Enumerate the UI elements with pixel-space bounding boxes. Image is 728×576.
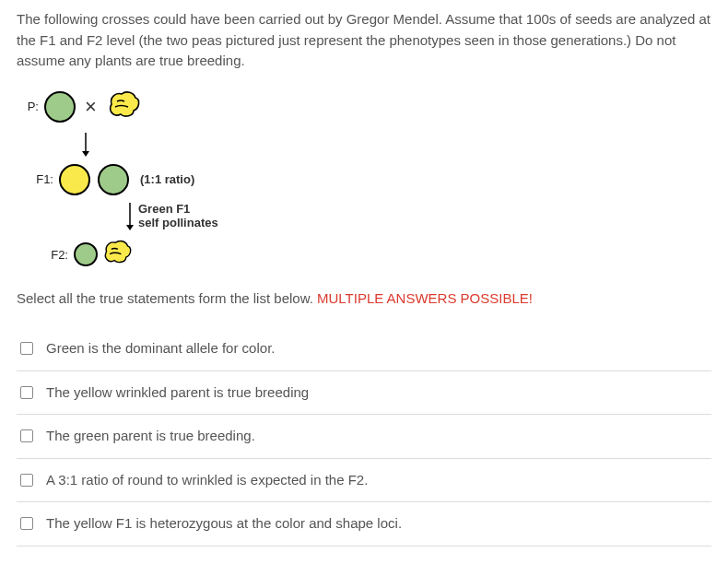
f2-label: F2: [17, 246, 68, 264]
option-label: Green is the dominant allele for color. [46, 338, 275, 359]
option-row[interactable]: Green is the dominant allele for color. [17, 327, 711, 371]
option-row[interactable]: The yellow wrinkled parent is true breed… [17, 371, 711, 416]
svg-marker-3 [126, 225, 134, 230]
pea-yellow-wrinkled-icon [101, 238, 133, 272]
p-label: P: [17, 98, 39, 116]
checkbox-icon[interactable] [20, 474, 33, 487]
option-row[interactable]: The yellow F1 is heterozygous at the col… [17, 502, 711, 547]
checkbox-icon[interactable] [20, 386, 33, 399]
option-label: The yellow F1 is heterozygous at the col… [46, 513, 402, 535]
f1-label: F1: [17, 170, 53, 189]
option-row[interactable]: A 3:1 ratio of round to wrinkled is expe… [17, 459, 711, 503]
pea-green-round-icon [44, 91, 76, 123]
cross-diagram: P: × F1: (1:1 ratio) Green F1 self polli… [17, 88, 711, 272]
checkbox-icon[interactable] [20, 517, 33, 530]
cross-symbol: × [85, 91, 97, 122]
pea-yellow-round-icon [59, 164, 90, 195]
self-line2: self pollinates [138, 216, 218, 229]
option-label: A 3:1 ratio of round to wrinkled is expe… [46, 470, 368, 491]
checkbox-icon[interactable] [20, 342, 33, 355]
option-row[interactable]: The green parent is true breeding. [17, 415, 711, 459]
intro-text: The following crosses could have been ca… [17, 9, 711, 72]
option-label: The yellow wrinkled parent is true breed… [46, 382, 309, 404]
pea-green-round-icon [98, 164, 129, 195]
f1-row: F1: (1:1 ratio) [17, 164, 711, 195]
self-line1: Green F1 [138, 202, 190, 216]
answer-options: Green is the dominant allele for color. … [17, 327, 711, 547]
pea-green-round-icon [74, 242, 98, 266]
prompt-emphasis: MULTIPLE ANSWERS POSSIBLE! [317, 290, 533, 306]
svg-marker-1 [82, 151, 89, 157]
pea-yellow-wrinkled-icon [106, 88, 141, 126]
prompt-text: Select all the true statements form the … [17, 288, 711, 310]
f2-row: F2: [17, 238, 711, 272]
p-row: P: × [17, 88, 711, 126]
arrow-down-icon [81, 131, 711, 159]
option-label: The green parent is true breeding. [46, 426, 255, 447]
prompt-plain: Select all the true statements form the … [17, 290, 317, 306]
f1-ratio-text: (1:1 ratio) [140, 170, 194, 189]
checkbox-icon[interactable] [20, 429, 33, 442]
self-pollinates-label: Green F1 self pollinates [125, 201, 711, 232]
